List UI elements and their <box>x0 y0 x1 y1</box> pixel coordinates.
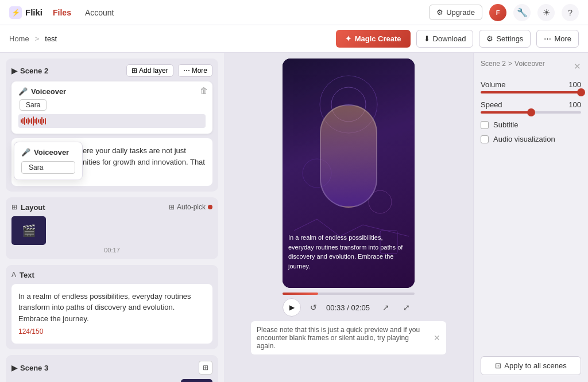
text-content: In a realm of endless possibilities, eve… <box>18 292 191 323</box>
help-icon-btn[interactable]: ? <box>562 4 579 21</box>
add-layer-button[interactable]: ⊞ Add layer <box>126 64 173 77</box>
audio-vis-label: Audio visualization <box>493 135 555 143</box>
center-panel: In a realm of endless possibilities, eve… <box>224 53 473 382</box>
video-progress-container <box>283 293 415 295</box>
right-sep: > <box>508 60 512 68</box>
theme-icon-btn[interactable]: ☀ <box>537 4 555 21</box>
scene2-more-icon: ⋯ <box>183 67 190 75</box>
magic-create-button[interactable]: ✦ Magic Create <box>336 30 411 48</box>
upgrade-button[interactable]: ⚙ Upgrade <box>429 5 482 20</box>
text-title: Text <box>20 271 34 279</box>
tools-icon-btn[interactable]: 🔧 <box>513 4 531 21</box>
popup-sara-button[interactable]: Sara <box>21 161 75 174</box>
text-header: A Text <box>11 271 212 279</box>
voiceover-waveform <box>18 114 206 128</box>
layout-icon: ⊞ <box>11 203 17 211</box>
waveform-bar <box>33 116 34 126</box>
right-voiceover-label: Voiceover <box>514 60 545 68</box>
layout-thumb-container: 🎬 00:17 <box>11 216 212 254</box>
app-logo[interactable]: ⚡ Fliki <box>9 6 42 19</box>
popup-voiceover-label: Voiceover <box>34 148 69 157</box>
popup-voiceover-icon: 🎤 <box>21 148 30 157</box>
volume-fill <box>481 91 581 93</box>
settings-button[interactable]: ⚙ Settings <box>479 30 531 48</box>
scene2-more-button[interactable]: ⋯ More <box>178 64 212 77</box>
video-preview: In a realm of endless possibilities, eve… <box>283 59 415 288</box>
audio-vis-row: Audio visualization <box>481 135 581 143</box>
progress-bar[interactable] <box>283 293 415 295</box>
speed-value: 100 <box>568 100 581 109</box>
voiceover-card[interactable]: 🎤 Voiceover Sara 🗑 <box>11 81 212 134</box>
preview-note: Please note that this is just a quick pr… <box>251 321 446 354</box>
subtitle-label: Subtitle <box>493 120 518 129</box>
share-button[interactable]: ↗ <box>378 299 394 315</box>
apply-button[interactable]: ⊡ Apply to all scenes <box>481 356 581 375</box>
nav-files[interactable]: Files <box>52 8 72 17</box>
auto-pick[interactable]: ⊞ Auto-pick <box>169 203 212 211</box>
speed-fill <box>481 111 531 114</box>
speed-thumb <box>527 108 535 116</box>
breadcrumb-current: test <box>45 34 57 43</box>
fullscreen-button[interactable]: ⤢ <box>399 299 415 315</box>
nav-account[interactable]: Account <box>84 8 115 17</box>
layout-section: ⊞ Layout ⊞ Auto-pick 🎬 00:17 <box>6 197 218 259</box>
waveform-bar <box>45 118 46 124</box>
layout-thumbnail[interactable]: 🎬 <box>11 216 46 245</box>
nav-links: Files Account <box>52 8 115 17</box>
volume-label: Volume <box>481 80 505 89</box>
video-inner: In a realm of endless possibilities, eve… <box>283 59 415 288</box>
video-controls-row: ▶ ↺ 00:33 / 02:05 ↗ ⤢ <box>283 298 415 317</box>
audio-vis-checkbox[interactable] <box>481 135 489 143</box>
logo-icon: ⚡ <box>9 6 22 19</box>
apply-icon: ⊡ <box>495 361 501 370</box>
right-breadcrumb: Scene 2 > Voiceover <box>481 60 545 68</box>
volume-thumb <box>577 88 585 96</box>
waveform-bar <box>21 119 22 123</box>
auto-pick-label: Auto-pick <box>177 203 206 211</box>
volume-value: 100 <box>568 80 581 89</box>
subtitle-row: Subtitle <box>481 120 581 129</box>
breadcrumb-sep: > <box>35 34 40 43</box>
download-button[interactable]: ⬇ Download <box>416 30 474 48</box>
waveform-bar <box>41 117 42 125</box>
replay-button[interactable]: ↺ <box>305 299 322 315</box>
subtitle-checkbox[interactable] <box>481 121 489 129</box>
right-panel-header: Scene 2 > Voiceover ✕ Volume 100 Speed 1… <box>481 60 581 143</box>
avatar[interactable]: F <box>489 4 506 21</box>
waveform-bar <box>29 119 30 123</box>
preview-note-close[interactable]: ✕ <box>434 333 440 342</box>
layout-time: 00:17 <box>11 247 212 254</box>
auto-pick-icon: ⊞ <box>169 203 175 211</box>
right-panel-close[interactable]: ✕ <box>574 61 581 72</box>
volume-slider[interactable] <box>481 91 581 93</box>
scene3-title: ▶ Scene 3 <box>11 364 194 372</box>
breadcrumb-home[interactable]: Home <box>9 34 29 43</box>
video-subtitle-text: In a realm of endless possibilities, eve… <box>288 234 403 270</box>
upgrade-label: Upgrade <box>446 8 475 17</box>
play-button[interactable]: ▶ <box>283 298 301 317</box>
speed-row: Speed 100 <box>481 100 581 109</box>
scene2-title: ▶ Scene 2 <box>11 67 122 75</box>
time-current: 00:33 <box>326 303 345 312</box>
scene3-action-btn[interactable]: ⊞ <box>199 361 212 375</box>
top-nav: ⚡ Fliki Files Account ⚙ Upgrade F 🔧 ☀ ? <box>0 0 588 25</box>
upgrade-icon: ⚙ <box>436 8 443 17</box>
voiceover-delete-icon[interactable]: 🗑 <box>200 86 208 95</box>
scene3-play-icon: ▶ <box>11 364 17 372</box>
waveform-bar <box>38 119 39 123</box>
preview-note-text: Please note that this is just a quick pr… <box>257 326 429 350</box>
breadcrumb-bar: Home > test ✦ Magic Create ⬇ Download ⚙ … <box>0 25 588 53</box>
right-panel: Scene 2 > Voiceover ✕ Volume 100 Speed 1… <box>473 53 588 382</box>
scene3-section: ▶ Scene 3 ⊞ AI is not just a tool; it's … <box>6 355 218 382</box>
more-label: More <box>554 34 571 43</box>
waveform-bar <box>24 117 25 125</box>
waveform-bar <box>31 118 32 124</box>
voiceover-speaker[interactable]: Sara <box>20 99 47 111</box>
text-area[interactable]: In a realm of endless possibilities, eve… <box>11 284 212 344</box>
text-icon: A <box>11 271 16 279</box>
scene2-header: ▶ Scene 2 ⊞ Add layer ⋯ More <box>11 64 212 77</box>
more-button[interactable]: ⋯ More <box>536 30 579 48</box>
speed-slider[interactable] <box>481 111 581 114</box>
waveform-bar <box>26 119 27 123</box>
scene3-thumbnail: 🎬 <box>181 379 212 382</box>
